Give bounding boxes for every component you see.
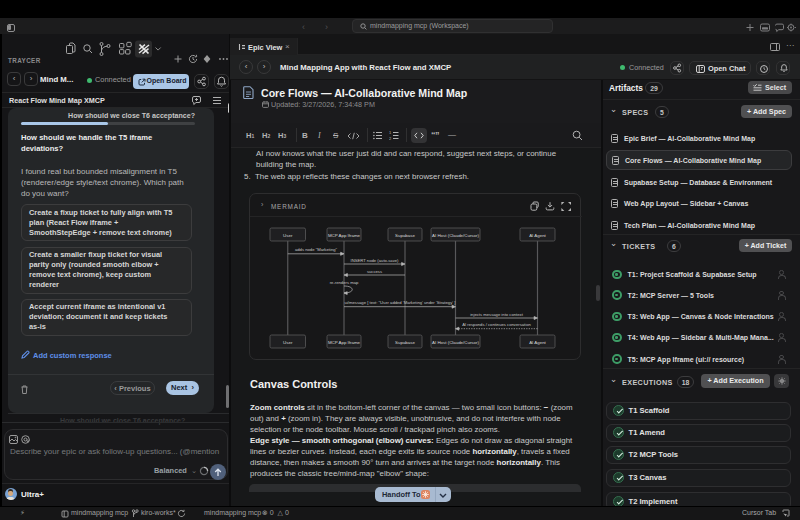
svg-text:MCP App Iframe: MCP App Iframe bbox=[328, 233, 361, 238]
svg-text:User: User bbox=[283, 233, 293, 238]
svg-text:adds node "Marketing": adds node "Marketing" bbox=[295, 247, 338, 252]
svg-text:ui/message [ text: "User added: ui/message [ text: "User added 'Marketin… bbox=[345, 300, 456, 305]
svg-text:injects message into context: injects message into context bbox=[470, 312, 523, 317]
svg-text:AI Agent: AI Agent bbox=[529, 340, 546, 345]
svg-text:2: 2 bbox=[389, 136, 392, 140]
svg-text:1: 1 bbox=[389, 131, 392, 135]
svg-text:Supabase: Supabase bbox=[395, 340, 415, 345]
svg-text:INSERT node (auto-save): INSERT node (auto-save) bbox=[350, 258, 399, 263]
svg-text:AI Host (Claude/Cursor): AI Host (Claude/Cursor) bbox=[432, 233, 479, 238]
svg-text:Supabase: Supabase bbox=[395, 233, 415, 238]
svg-text:User: User bbox=[283, 340, 293, 345]
svg-text:MCP App Iframe: MCP App Iframe bbox=[328, 340, 361, 345]
svg-text:re-renders map: re-renders map bbox=[330, 280, 359, 285]
svg-text:AI Agent: AI Agent bbox=[529, 233, 546, 238]
svg-text:AI Host (Claude/Cursor): AI Host (Claude/Cursor) bbox=[432, 340, 479, 345]
svg-text:success: success bbox=[367, 269, 382, 274]
svg-text:AI responds / continues conver: AI responds / continues conversation bbox=[462, 322, 531, 327]
